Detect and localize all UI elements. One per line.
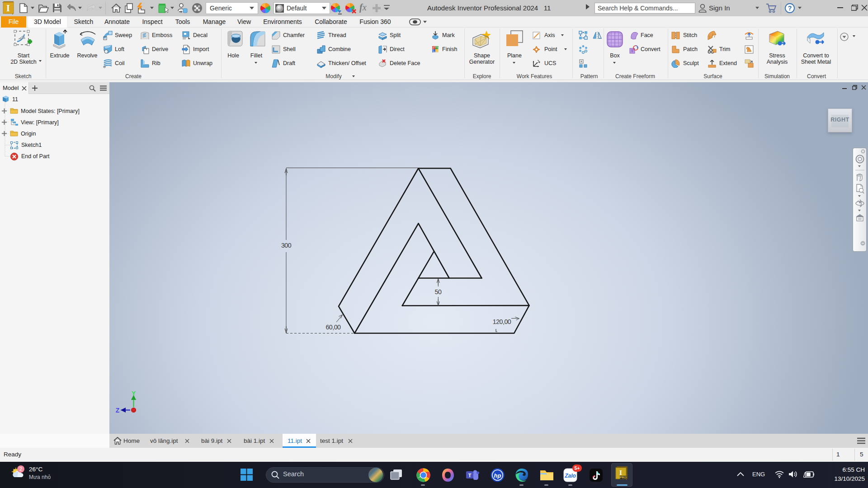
svg-text:50: 50 [435, 288, 442, 296]
svg-text:hp: hp [494, 472, 501, 479]
svg-text:Zalo: Zalo [564, 473, 576, 479]
svg-text:?: ? [788, 5, 792, 12]
svg-text:PRO: PRO [620, 476, 626, 479]
svg-text:Z: Z [116, 407, 120, 414]
svg-text:120,00: 120,00 [493, 318, 511, 325]
svg-text:60,00: 60,00 [326, 324, 341, 331]
svg-text:I: I [6, 3, 10, 13]
svg-text:T: T [468, 473, 472, 478]
svg-text:300: 300 [281, 242, 292, 249]
svg-text:I: I [619, 469, 622, 476]
